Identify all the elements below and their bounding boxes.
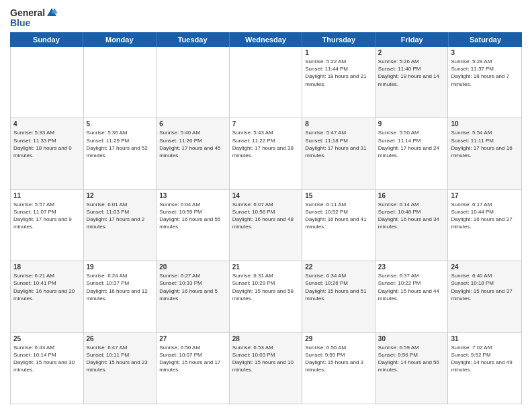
cell-info: Sunrise: 5:36 AM Sunset: 11:29 PM Daylig… <box>87 129 154 159</box>
calendar-cell-3: 3Sunrise: 5:29 AM Sunset: 11:37 PM Dayli… <box>448 47 521 118</box>
day-number: 6 <box>159 120 226 128</box>
cell-info: Sunrise: 6:59 AM Sunset: 9:56 PM Dayligh… <box>378 344 445 374</box>
calendar-body: 1Sunrise: 5:22 AM Sunset: 11:44 PM Dayli… <box>10 47 522 404</box>
calendar-cell-23: 23Sunrise: 6:37 AM Sunset: 10:22 PM Dayl… <box>375 261 449 332</box>
calendar-cell-4: 4Sunrise: 5:33 AM Sunset: 11:33 PM Dayli… <box>11 118 84 189</box>
day-number: 8 <box>305 120 372 128</box>
day-number: 3 <box>451 49 519 56</box>
calendar-cell-30: 30Sunrise: 6:59 AM Sunset: 9:56 PM Dayli… <box>375 333 449 404</box>
logo-blue: Blue <box>10 17 30 28</box>
header-monday: Monday <box>83 32 157 47</box>
calendar-cell-20: 20Sunrise: 6:27 AM Sunset: 10:33 PM Dayl… <box>157 261 230 332</box>
day-number: 17 <box>451 192 519 199</box>
day-number: 2 <box>378 49 445 56</box>
day-number: 29 <box>305 335 372 342</box>
cell-info: Sunrise: 7:02 AM Sunset: 9:52 PM Dayligh… <box>451 344 519 374</box>
day-number: 14 <box>232 192 300 199</box>
calendar-cell-31: 31Sunrise: 7:02 AM Sunset: 9:52 PM Dayli… <box>448 333 521 404</box>
calendar-cell-27: 27Sunrise: 6:50 AM Sunset: 10:07 PM Dayl… <box>157 333 230 404</box>
logo-general: General <box>10 7 45 18</box>
cell-info: Sunrise: 6:31 AM Sunset: 10:29 PM Daylig… <box>232 272 300 302</box>
calendar-cell-17: 17Sunrise: 6:17 AM Sunset: 10:44 PM Dayl… <box>448 190 521 261</box>
cell-info: Sunrise: 6:27 AM Sunset: 10:33 PM Daylig… <box>159 272 226 302</box>
cell-info: Sunrise: 6:47 AM Sunset: 10:11 PM Daylig… <box>87 344 154 374</box>
day-number: 24 <box>451 263 519 271</box>
cell-info: Sunrise: 5:57 AM Sunset: 11:07 PM Daylig… <box>13 201 81 231</box>
calendar-header: Sunday Monday Tuesday Wednesday Thursday… <box>10 32 522 47</box>
day-number: 28 <box>232 335 300 342</box>
calendar: Sunday Monday Tuesday Wednesday Thursday… <box>10 32 522 404</box>
day-number: 12 <box>87 192 154 199</box>
day-number: 22 <box>305 263 372 271</box>
calendar-cell-5: 5Sunrise: 5:36 AM Sunset: 11:29 PM Dayli… <box>84 118 157 189</box>
cell-info: Sunrise: 6:11 AM Sunset: 10:52 PM Daylig… <box>305 201 372 231</box>
title-section <box>58 7 522 8</box>
cell-info: Sunrise: 6:53 AM Sunset: 10:03 PM Daylig… <box>232 344 300 374</box>
calendar-cell-29: 29Sunrise: 6:56 AM Sunset: 9:59 PM Dayli… <box>302 333 375 404</box>
day-number: 21 <box>232 263 300 271</box>
calendar-week-4: 18Sunrise: 6:21 AM Sunset: 10:41 PM Dayl… <box>11 261 521 332</box>
calendar-cell-25: 25Sunrise: 6:43 AM Sunset: 10:14 PM Dayl… <box>11 333 84 404</box>
calendar-cell-2: 2Sunrise: 5:26 AM Sunset: 11:40 PM Dayli… <box>375 47 449 118</box>
cell-info: Sunrise: 5:26 AM Sunset: 11:40 PM Daylig… <box>378 58 445 88</box>
calendar-week-1: 1Sunrise: 5:22 AM Sunset: 11:44 PM Dayli… <box>11 47 521 118</box>
calendar-cell-15: 15Sunrise: 6:11 AM Sunset: 10:52 PM Dayl… <box>302 190 375 261</box>
calendar-cell-22: 22Sunrise: 6:34 AM Sunset: 10:26 PM Dayl… <box>302 261 375 332</box>
day-number: 7 <box>232 120 300 128</box>
cell-info: Sunrise: 5:50 AM Sunset: 11:14 PM Daylig… <box>378 129 445 159</box>
cell-info: Sunrise: 6:40 AM Sunset: 10:18 PM Daylig… <box>451 272 519 302</box>
cell-info: Sunrise: 6:37 AM Sunset: 10:22 PM Daylig… <box>378 272 445 302</box>
calendar-cell-8: 8Sunrise: 5:47 AM Sunset: 11:18 PM Dayli… <box>302 118 375 189</box>
day-number: 11 <box>13 192 81 199</box>
day-number: 15 <box>305 192 372 199</box>
calendar-cell-9: 9Sunrise: 5:50 AM Sunset: 11:14 PM Dayli… <box>375 118 449 189</box>
cell-info: Sunrise: 5:29 AM Sunset: 11:37 PM Daylig… <box>451 58 519 88</box>
cell-info: Sunrise: 6:56 AM Sunset: 9:59 PM Dayligh… <box>305 344 372 374</box>
calendar-cell-1: 1Sunrise: 5:22 AM Sunset: 11:44 PM Dayli… <box>302 47 375 118</box>
header-friday: Friday <box>375 32 449 47</box>
calendar-cell-19: 19Sunrise: 6:24 AM Sunset: 10:37 PM Dayl… <box>84 261 157 332</box>
cell-info: Sunrise: 6:43 AM Sunset: 10:14 PM Daylig… <box>13 344 81 374</box>
logo-icon <box>46 7 58 19</box>
cell-info: Sunrise: 5:47 AM Sunset: 11:18 PM Daylig… <box>305 129 372 159</box>
day-number: 1 <box>305 49 372 56</box>
day-number: 16 <box>378 192 445 199</box>
day-number: 5 <box>87 120 154 128</box>
calendar-cell-11: 11Sunrise: 5:57 AM Sunset: 11:07 PM Dayl… <box>11 190 84 261</box>
calendar-cell-13: 13Sunrise: 6:04 AM Sunset: 10:59 PM Dayl… <box>157 190 230 261</box>
day-number: 30 <box>378 335 445 342</box>
day-number: 31 <box>451 335 519 342</box>
cell-info: Sunrise: 5:33 AM Sunset: 11:33 PM Daylig… <box>13 129 81 159</box>
header-thursday: Thursday <box>302 32 375 47</box>
cell-info: Sunrise: 6:01 AM Sunset: 11:03 PM Daylig… <box>87 201 154 231</box>
calendar-cell-empty <box>157 47 230 118</box>
calendar-cell-28: 28Sunrise: 6:53 AM Sunset: 10:03 PM Dayl… <box>230 333 303 404</box>
calendar-cell-21: 21Sunrise: 6:31 AM Sunset: 10:29 PM Dayl… <box>230 261 303 332</box>
day-number: 4 <box>13 120 81 128</box>
cell-info: Sunrise: 5:22 AM Sunset: 11:44 PM Daylig… <box>305 58 372 88</box>
calendar-cell-12: 12Sunrise: 6:01 AM Sunset: 11:03 PM Dayl… <box>84 190 157 261</box>
calendar-cell-10: 10Sunrise: 5:54 AM Sunset: 11:11 PM Dayl… <box>448 118 521 189</box>
day-number: 10 <box>451 120 519 128</box>
cell-info: Sunrise: 5:43 AM Sunset: 11:22 PM Daylig… <box>232 129 300 159</box>
day-number: 27 <box>159 335 226 342</box>
calendar-cell-empty <box>11 47 84 118</box>
calendar-week-3: 11Sunrise: 5:57 AM Sunset: 11:07 PM Dayl… <box>11 190 521 261</box>
cell-info: Sunrise: 6:04 AM Sunset: 10:59 PM Daylig… <box>159 201 226 231</box>
calendar-cell-14: 14Sunrise: 6:07 AM Sunset: 10:56 PM Dayl… <box>230 190 303 261</box>
header-wednesday: Wednesday <box>230 32 303 47</box>
calendar-cell-6: 6Sunrise: 5:40 AM Sunset: 11:26 PM Dayli… <box>157 118 230 189</box>
day-number: 19 <box>87 263 154 271</box>
day-number: 13 <box>159 192 226 199</box>
header-sunday: Sunday <box>10 32 83 47</box>
day-number: 9 <box>378 120 445 128</box>
calendar-cell-16: 16Sunrise: 6:14 AM Sunset: 10:48 PM Dayl… <box>375 190 449 261</box>
day-number: 23 <box>378 263 445 271</box>
header-tuesday: Tuesday <box>157 32 230 47</box>
cell-info: Sunrise: 6:34 AM Sunset: 10:26 PM Daylig… <box>305 272 372 302</box>
calendar-cell-empty <box>84 47 157 118</box>
logo: General Blue <box>10 7 58 28</box>
calendar-cell-26: 26Sunrise: 6:47 AM Sunset: 10:11 PM Dayl… <box>84 333 157 404</box>
day-number: 20 <box>159 263 226 271</box>
page: General Blue Sunday Monday Tuesday Wedne… <box>0 0 532 411</box>
